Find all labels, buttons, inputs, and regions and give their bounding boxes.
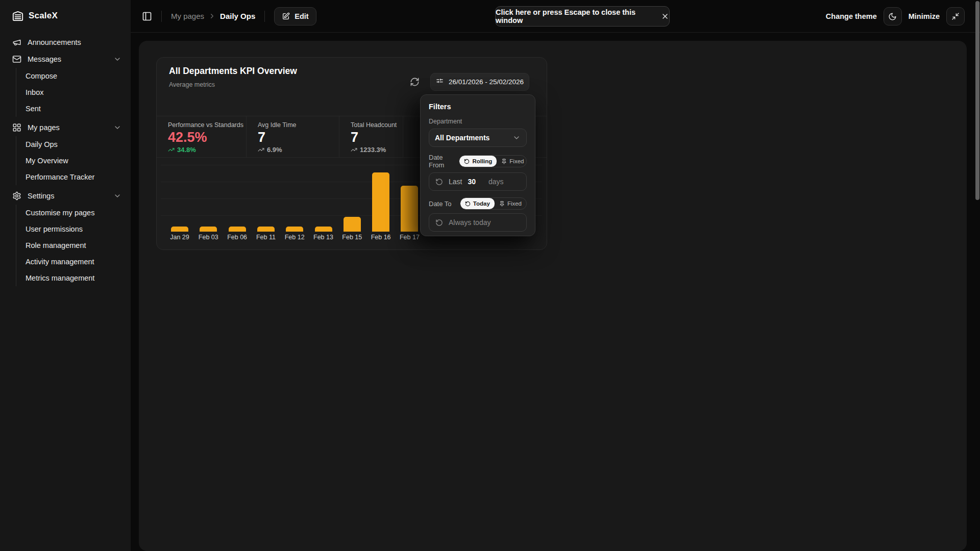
today-toggle[interactable]: Today	[460, 198, 495, 209]
breadcrumb-parent[interactable]: My pages	[171, 12, 204, 20]
x-axis-label: Feb 15	[337, 234, 368, 241]
fixed-toggle[interactable]: Fixed	[497, 156, 527, 167]
edit-button[interactable]: Edit	[274, 7, 316, 26]
sidebar-item-label: My pages	[28, 123, 60, 132]
sidebar-item-inbox[interactable]: Inbox	[26, 84, 131, 101]
bar-feb-06[interactable]	[229, 227, 246, 232]
filters-panel: Filters Department All Departments Date …	[420, 94, 535, 236]
sidebar-item-customise-my-pages[interactable]: Customise my pages	[26, 205, 131, 221]
kpi-label: Total Headcount	[351, 121, 403, 129]
last-label: Last	[449, 178, 462, 186]
sidebar-item-role-management[interactable]: Role management	[26, 237, 131, 254]
megaphone-icon	[12, 38, 21, 47]
sidebar-subsection-my-pages: Daily OpsMy OverviewPerformance Tracker	[16, 136, 131, 185]
x-axis-label: Feb 16	[365, 234, 396, 241]
rolling-label: Rolling	[472, 158, 492, 164]
card-title: All Departments KPI Overview	[169, 66, 297, 77]
date-range-label: 26/01/2026 - 25/02/2026	[449, 78, 524, 86]
trending-up-icon	[351, 146, 357, 153]
x-axis-label: Feb 12	[279, 234, 310, 241]
bar-feb-17[interactable]	[401, 186, 418, 232]
minimize-label: Minimize	[909, 12, 940, 20]
bar-feb-15[interactable]	[344, 217, 361, 232]
date-to-input[interactable]: Always today	[429, 213, 527, 232]
department-label: Department	[429, 118, 527, 125]
x-axis-label: Feb 17	[394, 234, 425, 241]
app-name: ScaleX	[29, 11, 58, 21]
chevron-down-icon	[113, 55, 121, 63]
sidebar-item-daily-ops[interactable]: Daily Ops	[26, 136, 131, 153]
always-today-value: Always today	[449, 218, 491, 227]
warehouse-icon	[12, 10, 23, 21]
fixed-label: Fixed	[507, 201, 522, 207]
date-from-label: Date From	[429, 154, 459, 169]
moon-icon	[888, 12, 897, 21]
sidebar-item-my-pages[interactable]: My pages	[0, 119, 131, 136]
panel-left-icon	[142, 11, 152, 21]
sidebar-item-settings[interactable]: Settings	[0, 187, 131, 204]
trending-up-icon	[168, 146, 175, 153]
sidebar-item-performance-tracker[interactable]: Performance Tracker	[26, 169, 131, 185]
kpi-trend-value: 34.8%	[177, 146, 196, 154]
kpi-value: 7	[351, 130, 403, 145]
vertical-scrollbar[interactable]	[975, 1, 979, 200]
breadcrumb-current: Daily Ops	[220, 12, 255, 20]
rotate-ccw-icon	[435, 178, 443, 186]
chevron-down-icon	[113, 123, 121, 132]
fixed-toggle[interactable]: Fixed	[495, 198, 526, 209]
sidebar: ScaleX AnnouncementsMessagesComposeInbox…	[0, 0, 131, 551]
bar-feb-03[interactable]	[200, 227, 217, 232]
x-axis-label: Jan 29	[164, 234, 195, 241]
refresh-icon[interactable]	[410, 77, 420, 87]
kpi-trend-value: 1233.3%	[360, 146, 386, 154]
theme-toggle-button[interactable]	[884, 7, 902, 26]
bar-jan-29[interactable]	[171, 227, 188, 232]
date-range-button[interactable]: 26/01/2026 - 25/02/2026	[430, 73, 529, 91]
kpi-trend: 6.9%	[258, 146, 339, 154]
rotate-ccw-icon	[465, 201, 471, 207]
sidebar-item-sent[interactable]: Sent	[26, 101, 131, 117]
sidebar-toggle-button[interactable]	[142, 11, 152, 21]
bar-feb-12[interactable]	[286, 227, 303, 232]
date-from-row: Date From Rolling Fixed	[429, 154, 527, 169]
sidebar-item-metrics-management[interactable]: Metrics management	[26, 270, 131, 286]
bar-feb-16[interactable]	[372, 172, 389, 232]
rolling-days-input[interactable]: Last 30 days	[429, 172, 527, 191]
rolling-toggle[interactable]: Rolling	[459, 156, 497, 167]
banner-text: Click here or press Escape to close this…	[496, 8, 654, 24]
close-window-banner[interactable]: Click here or press Escape to close this…	[495, 6, 670, 27]
department-select[interactable]: All Departments	[429, 129, 527, 147]
sidebar-item-user-permissions[interactable]: User permissions	[26, 221, 131, 237]
chevron-right-icon	[208, 12, 216, 20]
sidebar-item-messages[interactable]: Messages	[0, 51, 131, 67]
x-axis-label: Feb 06	[222, 234, 253, 241]
kpi-value: 42.5%	[168, 130, 246, 145]
pencil-square-icon	[282, 12, 290, 20]
trending-up-icon	[258, 146, 264, 153]
chevron-down-icon	[113, 192, 121, 200]
date-to-label: Date To	[429, 200, 452, 208]
sidebar-item-label: Settings	[28, 192, 54, 200]
minimize-button[interactable]	[946, 7, 965, 26]
topbar-divider	[161, 11, 162, 22]
sidebar-item-label: Messages	[28, 55, 61, 63]
sidebar-item-my-overview[interactable]: My Overview	[26, 153, 131, 169]
bar-feb-13[interactable]	[315, 227, 332, 232]
topbar-divider	[264, 11, 265, 22]
pin-icon	[501, 159, 507, 164]
pin-icon	[499, 201, 505, 207]
x-axis-label: Feb 11	[251, 234, 281, 241]
breadcrumb: My pages Daily Ops	[171, 12, 255, 20]
close-icon[interactable]	[661, 12, 669, 20]
kpi-value: 7	[258, 130, 339, 145]
rotate-ccw-icon	[435, 219, 443, 227]
sidebar-item-announcements[interactable]: Announcements	[0, 34, 131, 51]
shrink-icon	[951, 12, 960, 20]
grid-icon	[12, 123, 21, 132]
bar-feb-11[interactable]	[257, 227, 275, 232]
sidebar-item-compose[interactable]: Compose	[26, 68, 131, 84]
card-subtitle: Average metrics	[169, 81, 215, 88]
topbar-right: Change theme Minimize	[826, 7, 965, 26]
days-value[interactable]: 30	[468, 178, 476, 186]
sidebar-item-activity-management[interactable]: Activity management	[26, 254, 131, 270]
